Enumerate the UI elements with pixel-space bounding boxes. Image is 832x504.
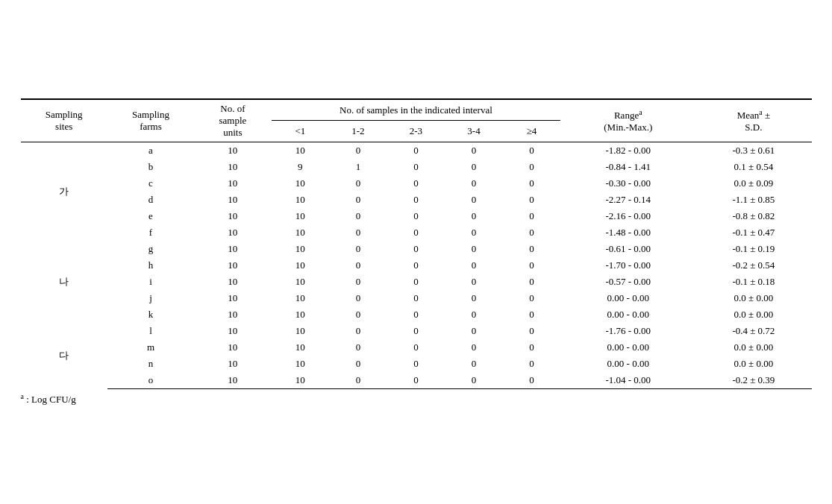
cell-interval: 0 xyxy=(387,159,445,175)
cell-mean: -0.1 ± 0.47 xyxy=(695,224,811,241)
cell-interval: 0 xyxy=(329,274,387,290)
cell-interval: 0 xyxy=(445,356,503,372)
cell-farm: h xyxy=(107,257,194,274)
cell-mean: 0.1 ± 0.54 xyxy=(695,159,811,175)
cell-interval: 10 xyxy=(272,356,330,372)
cell-interval: 0 xyxy=(503,241,561,257)
cell-interval: 0 xyxy=(329,224,387,241)
cell-interval: 0 xyxy=(445,274,503,290)
cell-range: -0.61 - 0.00 xyxy=(560,241,695,257)
cell-interval: 10 xyxy=(272,208,330,224)
cell-interval: 0 xyxy=(329,356,387,372)
cell-interval: 0 xyxy=(329,241,387,257)
cell-interval: 10 xyxy=(272,241,330,257)
data-table: Samplingsites Samplingfarms No. ofsample… xyxy=(21,98,812,389)
cell-units: 10 xyxy=(194,257,271,274)
cell-mean: 0.0 ± 0.00 xyxy=(695,306,811,323)
col-sample-units: No. ofsampleunits xyxy=(194,99,271,142)
cell-interval: 0 xyxy=(387,192,445,208)
cell-units: 10 xyxy=(194,241,271,257)
cell-interval: 0 xyxy=(503,175,561,192)
cell-mean: -0.2 ± 0.54 xyxy=(695,257,811,274)
cell-units: 10 xyxy=(194,175,271,192)
cell-units: 10 xyxy=(194,290,271,306)
table-row: 나g10100000-0.61 - 0.00-0.1 ± 0.19 xyxy=(21,241,812,257)
cell-range: 0.00 - 0.00 xyxy=(560,356,695,372)
cell-interval: 0 xyxy=(387,257,445,274)
cell-units: 10 xyxy=(194,142,271,159)
header-row-1: Samplingsites Samplingfarms No. ofsample… xyxy=(21,99,812,121)
cell-units: 10 xyxy=(194,274,271,290)
cell-farm: m xyxy=(107,339,194,356)
cell-interval: 0 xyxy=(329,257,387,274)
col-2-3-header: 2-3 xyxy=(387,121,445,142)
cell-interval: 0 xyxy=(445,257,503,274)
cell-mean: 0.0 ± 0.00 xyxy=(695,339,811,356)
cell-range: -1.04 - 0.00 xyxy=(560,372,695,389)
cell-interval: 0 xyxy=(503,208,561,224)
cell-range: 0.00 - 0.00 xyxy=(560,306,695,323)
cell-farm: i xyxy=(107,274,194,290)
cell-mean: 0.0 ± 0.00 xyxy=(695,290,811,306)
col-sampling-sites: Samplingsites xyxy=(21,99,107,142)
cell-interval: 0 xyxy=(503,339,561,356)
cell-interval: 0 xyxy=(329,142,387,159)
col-mean-header: Meana ±S.D. xyxy=(695,99,811,142)
cell-interval: 0 xyxy=(445,192,503,208)
cell-units: 10 xyxy=(194,339,271,356)
table-row: b1091000-0.84 - 1.410.1 ± 0.54 xyxy=(21,159,812,175)
cell-units: 10 xyxy=(194,372,271,389)
table-row: c10100000-0.30 - 0.000.0 ± 0.09 xyxy=(21,175,812,192)
cell-range: -2.27 - 0.14 xyxy=(560,192,695,208)
cell-units: 10 xyxy=(194,208,271,224)
cell-range: -2.16 - 0.00 xyxy=(560,208,695,224)
table-row: m101000000.00 - 0.000.0 ± 0.00 xyxy=(21,339,812,356)
cell-farm: n xyxy=(107,356,194,372)
cell-units: 10 xyxy=(194,159,271,175)
cell-farm: j xyxy=(107,290,194,306)
cell-interval: 0 xyxy=(503,224,561,241)
cell-range: 0.00 - 0.00 xyxy=(560,339,695,356)
cell-interval: 0 xyxy=(387,208,445,224)
cell-interval: 0 xyxy=(445,290,503,306)
cell-interval: 10 xyxy=(272,142,330,159)
cell-interval: 10 xyxy=(272,274,330,290)
cell-farm: d xyxy=(107,192,194,208)
table-container: Samplingsites Samplingfarms No. ofsample… xyxy=(21,98,812,406)
cell-interval: 0 xyxy=(503,257,561,274)
cell-interval: 0 xyxy=(503,372,561,389)
cell-interval: 0 xyxy=(329,306,387,323)
cell-interval: 0 xyxy=(387,356,445,372)
cell-interval: 1 xyxy=(329,159,387,175)
table-row: n101000000.00 - 0.000.0 ± 0.00 xyxy=(21,356,812,372)
cell-interval: 0 xyxy=(387,339,445,356)
cell-mean: -0.3 ± 0.61 xyxy=(695,142,811,159)
cell-interval: 0 xyxy=(503,290,561,306)
cell-interval: 0 xyxy=(387,175,445,192)
cell-mean: -0.1 ± 0.18 xyxy=(695,274,811,290)
cell-interval: 0 xyxy=(387,241,445,257)
cell-mean: -0.2 ± 0.39 xyxy=(695,372,811,389)
cell-interval: 10 xyxy=(272,257,330,274)
table-row: f10100000-1.48 - 0.00-0.1 ± 0.47 xyxy=(21,224,812,241)
cell-interval: 0 xyxy=(445,224,503,241)
cell-interval: 0 xyxy=(503,192,561,208)
cell-interval: 0 xyxy=(387,274,445,290)
cell-interval: 0 xyxy=(445,208,503,224)
cell-interval: 0 xyxy=(329,290,387,306)
cell-interval: 0 xyxy=(445,339,503,356)
cell-farm: b xyxy=(107,159,194,175)
cell-interval: 0 xyxy=(503,356,561,372)
cell-interval: 0 xyxy=(503,274,561,290)
cell-interval: 0 xyxy=(387,142,445,159)
cell-interval: 0 xyxy=(387,224,445,241)
cell-interval: 10 xyxy=(272,372,330,389)
cell-interval: 0 xyxy=(445,323,503,339)
cell-interval: 0 xyxy=(329,372,387,389)
cell-interval: 0 xyxy=(387,323,445,339)
cell-farm: k xyxy=(107,306,194,323)
footnote-a: a : Log CFU/g xyxy=(21,394,76,405)
table-row: e10100000-2.16 - 0.00-0.8 ± 0.82 xyxy=(21,208,812,224)
cell-interval: 10 xyxy=(272,192,330,208)
cell-interval: 0 xyxy=(503,323,561,339)
